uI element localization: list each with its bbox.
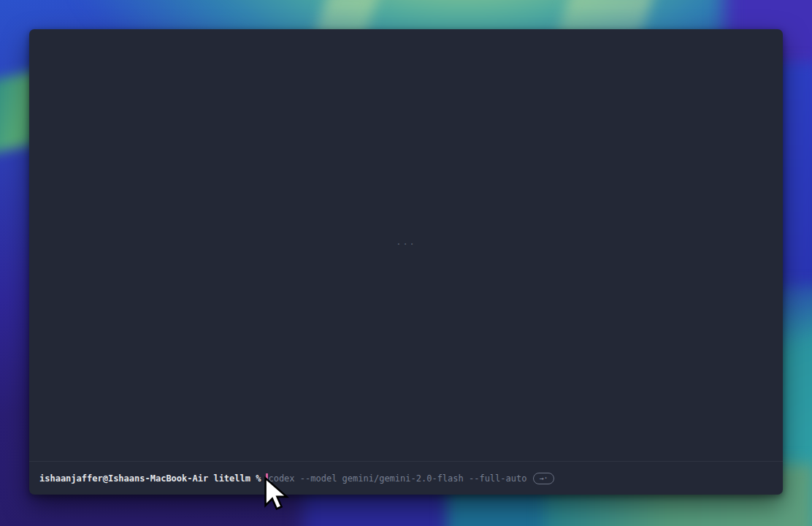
loading-ellipsis: ... xyxy=(396,237,416,247)
command-suggestion[interactable]: codex --model gemini/gemini-2.0-flash --… xyxy=(268,473,526,484)
accept-hint-badge: →· xyxy=(533,473,554,484)
desktop-wallpaper: ... ishaanjaffer@Ishaans-MacBook-Air lit… xyxy=(0,0,812,526)
shell-prompt: ishaanjaffer@Ishaans-MacBook-Air litellm… xyxy=(39,473,261,484)
terminal-window[interactable]: ... ishaanjaffer@Ishaans-MacBook-Air lit… xyxy=(29,29,783,495)
mouse-pointer-icon xyxy=(264,476,290,516)
terminal-output-area: ... xyxy=(29,29,783,461)
terminal-prompt-line[interactable]: ishaanjaffer@Ishaans-MacBook-Air litellm… xyxy=(29,461,783,495)
